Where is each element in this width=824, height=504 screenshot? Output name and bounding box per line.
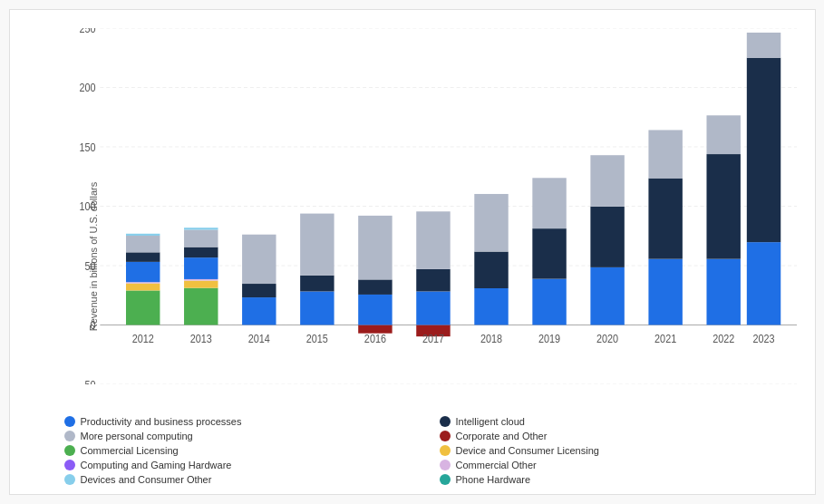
svg-rect-43 <box>416 211 450 269</box>
legend-item-computing-gaming-hw: Computing and Gaming Hardware <box>64 460 422 470</box>
svg-rect-15 <box>125 290 159 325</box>
svg-rect-58 <box>706 115 740 154</box>
svg-rect-45 <box>474 252 508 288</box>
legend-label-productivity: Productivity and business processes <box>81 416 242 427</box>
bar-2016 <box>358 216 392 334</box>
bar-2018 <box>474 194 508 325</box>
svg-rect-35 <box>300 214 334 276</box>
svg-rect-46 <box>474 194 508 252</box>
svg-text:2013: 2013 <box>189 332 211 345</box>
svg-text:–50: –50 <box>79 378 95 384</box>
bar-2013 <box>184 228 218 325</box>
bar-2017 <box>416 211 450 336</box>
legend-label-commercial-licensing: Commercial Licensing <box>81 445 179 456</box>
legend-label-phone-hardware: Phone Hardware <box>456 474 531 485</box>
legend-item-corporate: Corporate and Other <box>440 431 797 441</box>
chart-container: Revenue in billions of U.S. dollars .gri… <box>9 9 816 495</box>
svg-rect-33 <box>300 291 334 325</box>
svg-rect-24 <box>184 279 218 281</box>
legend-item-commercial-other: Commercial Other <box>440 460 797 470</box>
legend-item-more-personal: More personal computing <box>64 431 422 441</box>
svg-rect-28 <box>184 228 218 229</box>
legend-dot-corporate <box>440 431 451 441</box>
svg-rect-47 <box>532 279 566 325</box>
svg-rect-44 <box>474 288 508 325</box>
svg-rect-42 <box>416 269 450 292</box>
svg-rect-20 <box>125 236 159 252</box>
svg-rect-48 <box>532 228 566 278</box>
svg-rect-22 <box>184 288 218 325</box>
legend-label-device-consumer-licensing: Device and Consumer Licensing <box>456 445 599 456</box>
legend-dot-more-personal <box>64 431 75 441</box>
bar-2012 <box>125 234 159 325</box>
legend-dot-device-consumer-licensing <box>440 445 451 456</box>
svg-text:2017: 2017 <box>422 332 443 345</box>
svg-rect-17 <box>125 282 159 283</box>
svg-rect-38 <box>358 279 392 295</box>
svg-rect-39 <box>358 216 392 280</box>
legend-label-devices-consumer-other: Devices and Consumer Other <box>81 474 212 485</box>
svg-rect-21 <box>125 234 159 236</box>
svg-text:2019: 2019 <box>538 332 560 345</box>
legend-item-device-consumer-licensing: Device and Consumer Licensing <box>440 445 797 456</box>
svg-rect-23 <box>184 281 218 288</box>
svg-text:2021: 2021 <box>654 332 676 345</box>
svg-rect-54 <box>648 179 682 259</box>
svg-text:0: 0 <box>90 318 95 332</box>
svg-rect-57 <box>706 154 740 259</box>
svg-rect-26 <box>184 247 218 258</box>
legend-dot-commercial-other <box>440 460 451 470</box>
legend-label-corporate: Corporate and Other <box>456 431 548 441</box>
svg-rect-30 <box>242 284 276 297</box>
legend-label-computing-gaming-hw: Computing and Gaming Hardware <box>81 460 232 470</box>
svg-rect-49 <box>532 178 566 228</box>
svg-text:200: 200 <box>79 81 95 94</box>
svg-text:2015: 2015 <box>305 332 327 345</box>
chart-area: Revenue in billions of U.S. dollars .gri… <box>64 28 797 485</box>
svg-text:2020: 2020 <box>596 332 618 345</box>
svg-text:2012: 2012 <box>131 332 153 345</box>
svg-rect-27 <box>184 230 218 247</box>
svg-rect-18 <box>125 262 159 282</box>
bar-2014 <box>242 235 276 325</box>
legend-dot-computing-gaming-hw <box>64 460 75 470</box>
legend-dot-commercial-licensing <box>64 445 75 456</box>
legend-dot-intelligent-cloud <box>440 416 451 427</box>
bar-2022 <box>706 115 740 325</box>
bar-2023 <box>746 33 780 325</box>
svg-rect-19 <box>125 252 159 262</box>
svg-rect-53 <box>648 259 682 325</box>
legend-label-commercial-other: Commercial Other <box>456 460 537 470</box>
legend: Productivity and business processes Inte… <box>64 407 797 485</box>
svg-rect-59 <box>746 242 780 325</box>
legend-item-commercial-licensing: Commercial Licensing <box>64 445 422 456</box>
legend-dot-phone-hardware <box>440 474 451 485</box>
legend-item-intelligent-cloud: Intelligent cloud <box>440 416 797 427</box>
svg-rect-34 <box>300 276 334 292</box>
svg-rect-25 <box>184 257 218 279</box>
svg-rect-55 <box>648 130 682 178</box>
svg-text:50: 50 <box>84 259 95 273</box>
legend-item-productivity: Productivity and business processes <box>64 416 422 427</box>
svg-rect-41 <box>416 291 450 325</box>
legend-label-intelligent-cloud: Intelligent cloud <box>456 416 525 427</box>
legend-item-devices-consumer-other: Devices and Consumer Other <box>64 474 422 485</box>
svg-text:2023: 2023 <box>752 332 774 345</box>
svg-rect-51 <box>590 207 624 267</box>
bar-2015 <box>300 214 334 325</box>
svg-text:100: 100 <box>79 199 95 213</box>
svg-rect-16 <box>125 284 159 291</box>
bar-2020 <box>590 155 624 325</box>
legend-dot-productivity <box>64 416 75 427</box>
svg-rect-37 <box>358 295 392 325</box>
svg-rect-31 <box>242 235 276 284</box>
svg-text:2014: 2014 <box>247 332 269 345</box>
legend-item-phone-hardware: Phone Hardware <box>440 474 797 485</box>
svg-text:150: 150 <box>79 141 95 154</box>
legend-dot-devices-consumer-other <box>64 474 75 485</box>
svg-rect-29 <box>242 297 276 325</box>
svg-rect-60 <box>746 58 780 242</box>
svg-rect-52 <box>590 155 624 207</box>
grid-and-bars: .grid-line { stroke: #e0e0e0; stroke-wid… <box>64 28 797 384</box>
bar-2019 <box>532 178 566 325</box>
